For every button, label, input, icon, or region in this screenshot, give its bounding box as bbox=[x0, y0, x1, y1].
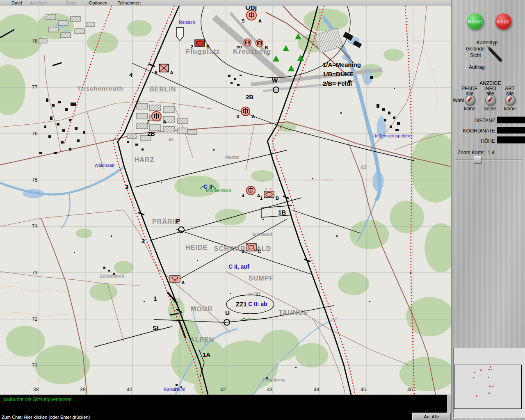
map-label: 64 bbox=[169, 137, 173, 142]
map-label: MOOR bbox=[191, 306, 213, 313]
unit-symbol[interactable]: co bbox=[243, 38, 252, 48]
unit-letter-label: B bbox=[274, 196, 279, 201]
unit-symbol[interactable]: 1B• • • bbox=[264, 191, 274, 200]
waypoint-ring bbox=[178, 226, 185, 233]
map-canvas[interactable]: TirschenreuthFlugplatzKreuzbergBERLINHAR… bbox=[0, 6, 451, 395]
tree-symbol bbox=[273, 55, 279, 62]
map-label: U bbox=[225, 310, 230, 316]
pfade-knob[interactable] bbox=[465, 95, 475, 105]
map-label: 63 bbox=[361, 165, 366, 170]
art-knob[interactable] bbox=[505, 95, 516, 105]
map-label: 2B bbox=[246, 94, 253, 100]
unit-symbol[interactable]: 5A bbox=[246, 9, 257, 23]
grid-x-label: 45 bbox=[361, 387, 366, 393]
grid-y-label: 74 bbox=[32, 224, 37, 229]
minimap-unit-dot bbox=[474, 372, 475, 373]
map-label: Plössberg bbox=[263, 378, 285, 382]
unit-number-label: co bbox=[237, 44, 243, 49]
map-label: 1/A=Meaning bbox=[323, 62, 361, 68]
maptype-gelaende-option[interactable]: Gelände bbox=[466, 46, 484, 52]
unit-letter-label: A bbox=[162, 119, 167, 124]
minimap-viewport bbox=[454, 365, 522, 409]
map-label: 4 bbox=[129, 72, 132, 78]
map-label: C II, auf bbox=[228, 264, 249, 269]
minimap-unit-dot bbox=[476, 395, 477, 397]
info-knob[interactable] bbox=[485, 95, 496, 105]
unit-symbol[interactable]: B bbox=[255, 39, 264, 49]
unit-number-label: 3 bbox=[242, 249, 245, 254]
unit-symbol[interactable]: 3A bbox=[240, 106, 251, 118]
unit-symbol[interactable]: 2B bbox=[194, 39, 205, 48]
map-label: x+30 bbox=[248, 291, 260, 297]
map-label: Schwand bbox=[252, 232, 272, 237]
map-label: Schönkirch bbox=[100, 274, 124, 278]
tree-symbol bbox=[297, 55, 304, 61]
control-panel: Bereit Ende Kartentyp Gelände Sicht Auft… bbox=[451, 0, 525, 420]
minimap-unit-dot bbox=[488, 369, 490, 370]
tree-symbol bbox=[288, 65, 294, 71]
pen-pointer-icon bbox=[484, 44, 504, 64]
tree-symbol bbox=[283, 45, 289, 51]
chat-input-bar[interactable]: Zum Chat: Hier klicken (oder Enter drück… bbox=[0, 414, 447, 420]
grid-y-label: 76 bbox=[32, 131, 37, 137]
minimap-unit-dot bbox=[490, 366, 491, 368]
map-label: 1/B=DUKE bbox=[323, 71, 354, 77]
minimap-unit-dot bbox=[488, 393, 490, 394]
unit-letter-label: C bbox=[257, 249, 261, 254]
end-button[interactable]: Ende bbox=[495, 13, 511, 30]
zoom-slider-track[interactable] bbox=[455, 160, 522, 160]
map-label: 3 bbox=[125, 184, 128, 190]
maptype-sicht-option[interactable]: Sicht bbox=[470, 52, 481, 58]
zoom-karte-label: Zoom Karte: 1.4 bbox=[458, 150, 494, 155]
grid-x-label: 39 bbox=[80, 387, 85, 393]
zoom-slider-handle[interactable] bbox=[474, 156, 482, 164]
minimap-unit-dot bbox=[480, 370, 482, 371]
map-label: SUMPF bbox=[249, 275, 274, 282]
grid-y-label: 72 bbox=[32, 316, 37, 322]
map-label: 1 bbox=[153, 295, 157, 301]
map-label: HEIDE bbox=[185, 244, 208, 251]
overview-minimap[interactable] bbox=[453, 348, 525, 418]
waypoint-ring bbox=[224, 319, 230, 326]
chat-log: paiba hat die Sitzung verlassen. bbox=[0, 395, 447, 415]
unit-symbol[interactable]: 6A bbox=[159, 64, 169, 74]
unit-symbol[interactable]: oooA bbox=[169, 275, 180, 284]
grid-x-label: 41 bbox=[173, 387, 179, 393]
map-label: BERLIN bbox=[149, 86, 176, 93]
map-label: 2B bbox=[147, 130, 155, 137]
map-label: ZZ1 bbox=[236, 301, 247, 307]
grid-x-label: 38 bbox=[33, 387, 39, 393]
grid-x-label: 44 bbox=[314, 387, 319, 393]
unit-letter-label: A bbox=[180, 280, 185, 285]
map-label: Ließensteinspeicher bbox=[372, 134, 413, 138]
unit-letter-label: B bbox=[205, 44, 210, 49]
grid-x-label: 42 bbox=[220, 387, 226, 393]
ready-button[interactable]: Bereit bbox=[467, 13, 483, 30]
map-overlay: TirschenreuthFlugplatzKreuzbergBERLINHAR… bbox=[0, 6, 451, 395]
menu-item-optionen[interactable]: Optionen bbox=[89, 0, 107, 5]
chat-recipient-button[interactable]: An: Alle bbox=[412, 413, 451, 420]
unit-letter-label: B bbox=[264, 45, 268, 50]
grid-x-label: 43 bbox=[267, 387, 272, 393]
minimap-unit-dot bbox=[491, 369, 492, 370]
grid-y-label: 78 bbox=[32, 38, 37, 44]
auftrag-button[interactable]: Auftrag bbox=[469, 64, 485, 70]
menu-item-teilnehmer[interactable]: Teilnehmer: bbox=[118, 0, 141, 5]
menu-item-zeige: Zeige bbox=[65, 0, 77, 5]
unit-number-label: 2 bbox=[191, 44, 194, 49]
panel-divider bbox=[452, 413, 452, 420]
distanz-label: DISTANZ bbox=[452, 118, 495, 123]
pfade-keine-label: keine bbox=[460, 106, 479, 112]
svg-text:ooo: ooo bbox=[173, 279, 177, 282]
minimap-unit-dot bbox=[473, 377, 474, 378]
minimap-unit-dot bbox=[492, 386, 493, 387]
unit-symbol[interactable]: 4A bbox=[246, 185, 256, 197]
minimap-unit-dot bbox=[488, 377, 489, 378]
info-keine-label: keine bbox=[480, 106, 500, 112]
unit-symbol[interactable]: 3C bbox=[246, 243, 257, 253]
unit-symbol[interactable]: 2A bbox=[151, 111, 162, 123]
unit-number-label: 6 bbox=[155, 70, 158, 75]
zoom-karte-value: 1.4 bbox=[488, 150, 495, 155]
map-label: Mantel bbox=[225, 155, 240, 160]
menu-item-datei[interactable]: Datei bbox=[11, 0, 22, 5]
